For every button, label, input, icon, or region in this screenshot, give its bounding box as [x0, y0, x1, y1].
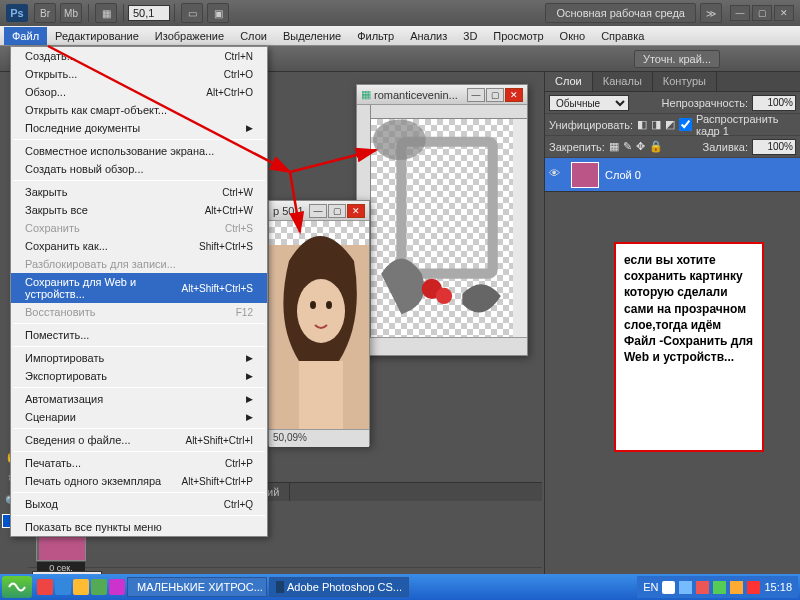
ql-app-icon[interactable] — [91, 579, 107, 595]
expand-icon[interactable]: ≫ — [700, 3, 722, 23]
unify-style-icon[interactable]: ◩ — [665, 118, 675, 131]
doc2-close-icon[interactable]: ✕ — [347, 204, 365, 218]
doc1-status — [357, 337, 527, 355]
clock[interactable]: 15:18 — [764, 581, 792, 593]
file-menu-item[interactable]: Открыть как смарт-объект... — [11, 101, 267, 119]
layer-thumbnail[interactable] — [571, 162, 599, 188]
menu-view[interactable]: Просмотр — [485, 27, 551, 45]
svg-point-1 — [373, 119, 426, 160]
menu-analysis[interactable]: Анализ — [402, 27, 455, 45]
menu-window[interactable]: Окно — [552, 27, 594, 45]
file-menu-item[interactable]: Сведения о файле...Alt+Shift+Ctrl+I — [11, 431, 267, 449]
file-menu-item[interactable]: Создать...Ctrl+N — [11, 47, 267, 65]
ql-app2-icon[interactable] — [109, 579, 125, 595]
instruction-note: если вы хотите сохранить картинку котору… — [614, 242, 764, 452]
lock-paint-icon[interactable]: ✎ — [623, 140, 632, 153]
tray-icon-2[interactable] — [679, 581, 692, 594]
lang-indicator[interactable]: EN — [643, 581, 658, 593]
bridge-icon[interactable]: Br — [34, 3, 56, 23]
file-menu-item[interactable]: Последние документы▶ — [11, 119, 267, 137]
task-browser[interactable]: МАЛЕНЬКИЕ ХИТРОС... — [127, 577, 267, 597]
file-menu-item[interactable]: Показать все пункты меню — [11, 518, 267, 536]
doc2-title-prefix: p 50,1 — [273, 205, 304, 217]
fill-field[interactable] — [752, 139, 796, 155]
file-menu-item: Разблокировать для записи... — [11, 255, 267, 273]
menu-filter[interactable]: Фильтр — [349, 27, 402, 45]
file-menu-item[interactable]: ЗакрытьCtrl+W — [11, 183, 267, 201]
menu-image[interactable]: Изображение — [147, 27, 232, 45]
tray-icon-1[interactable] — [662, 581, 675, 594]
file-menu-item[interactable]: Сохранить для Web и устройств...Alt+Shif… — [11, 273, 267, 303]
doc2-status: 50,09% — [269, 429, 369, 447]
file-menu-item: СохранитьCtrl+S — [11, 219, 267, 237]
tab-channels[interactable]: Каналы — [593, 72, 653, 91]
close-icon[interactable]: ✕ — [774, 5, 794, 21]
file-menu-item[interactable]: Закрыть всеAlt+Ctrl+W — [11, 201, 267, 219]
lock-trans-icon[interactable]: ▦ — [609, 140, 619, 153]
lock-all-icon[interactable]: 🔒 — [649, 140, 663, 153]
system-tray: EN 15:18 — [637, 576, 798, 598]
menu-file[interactable]: Файл — [4, 27, 47, 45]
blend-mode-select[interactable]: Обычные — [549, 95, 629, 111]
task-photoshop[interactable]: Adobe Photoshop CS... — [269, 577, 409, 597]
doc2-minimize-icon[interactable]: — — [309, 204, 327, 218]
zoom-field[interactable] — [128, 5, 170, 21]
ql-opera-icon[interactable] — [37, 579, 53, 595]
unify-pos-icon[interactable]: ◧ — [637, 118, 647, 131]
tray-icon-4[interactable] — [713, 581, 726, 594]
refine-edge-button[interactable]: Уточн. край... — [634, 50, 720, 68]
doc1-minimize-icon[interactable]: — — [467, 88, 485, 102]
menu-3d[interactable]: 3D — [455, 27, 485, 45]
svg-point-6 — [310, 301, 316, 309]
tray-icon-5[interactable] — [730, 581, 743, 594]
file-menu-item[interactable]: Создать новый обзор... — [11, 160, 267, 178]
layer-name: Слой 0 — [605, 169, 641, 181]
tab-layers[interactable]: Слои — [545, 72, 593, 91]
screen-mode-icon[interactable]: ▣ — [207, 3, 229, 23]
doc1-maximize-icon[interactable]: ▢ — [486, 88, 504, 102]
arrange-icon[interactable]: ▭ — [181, 3, 203, 23]
file-menu-item[interactable]: ВыходCtrl+Q — [11, 495, 267, 513]
tray-umbrella-icon[interactable] — [747, 581, 760, 594]
file-menu-item[interactable]: Сценарии▶ — [11, 408, 267, 426]
file-menu-item[interactable]: Поместить... — [11, 326, 267, 344]
file-menu-item[interactable]: Импортировать▶ — [11, 349, 267, 367]
ruler-horizontal — [371, 105, 527, 119]
windows-taskbar: МАЛЕНЬКИЕ ХИТРОС... Adobe Photoshop CS..… — [0, 574, 800, 600]
svg-point-3 — [436, 288, 452, 304]
file-menu-item[interactable]: Сохранить как...Shift+Ctrl+S — [11, 237, 267, 255]
doc1-close-icon[interactable]: ✕ — [505, 88, 523, 102]
lock-move-icon[interactable]: ✥ — [636, 140, 645, 153]
file-menu-item[interactable]: Экспортировать▶ — [11, 367, 267, 385]
layer-row[interactable]: 👁 Слой 0 — [545, 158, 800, 192]
tray-icon-3[interactable] — [696, 581, 709, 594]
file-menu-item[interactable]: Печать одного экземпляраAlt+Shift+Ctrl+P — [11, 472, 267, 490]
document-window-photo[interactable]: p 50,1 — ▢ ✕ 50,09% — [268, 200, 370, 446]
file-menu-item[interactable]: Открыть...Ctrl+O — [11, 65, 267, 83]
menu-layers[interactable]: Слои — [232, 27, 275, 45]
unify-vis-icon[interactable]: ◨ — [651, 118, 661, 131]
file-menu-item[interactable]: Печатать...Ctrl+P — [11, 454, 267, 472]
tab-paths[interactable]: Контуры — [653, 72, 717, 91]
minimize-icon[interactable]: — — [730, 5, 750, 21]
menubar: Файл Редактирование Изображение Слои Выд… — [0, 26, 800, 46]
menu-edit[interactable]: Редактирование — [47, 27, 147, 45]
view-icon[interactable]: ▦ — [95, 3, 117, 23]
workspace-button[interactable]: Основная рабочая среда — [545, 3, 696, 23]
maximize-icon[interactable]: ▢ — [752, 5, 772, 21]
menu-help[interactable]: Справка — [593, 27, 652, 45]
menu-select[interactable]: Выделение — [275, 27, 349, 45]
start-button[interactable] — [2, 576, 32, 598]
file-menu-item[interactable]: Автоматизация▶ — [11, 390, 267, 408]
document-window-frame[interactable]: ▦ romanticevenin... — ▢ ✕ — [356, 84, 528, 356]
mini-bridge-icon[interactable]: Mb — [60, 3, 82, 23]
ql-folder-icon[interactable] — [73, 579, 89, 595]
doc2-maximize-icon[interactable]: ▢ — [328, 204, 346, 218]
propagate-checkbox[interactable] — [679, 118, 692, 131]
opacity-field[interactable] — [752, 95, 796, 111]
visibility-eye-icon[interactable]: 👁 — [549, 167, 565, 183]
file-menu-item[interactable]: Совместное использование экрана... — [11, 142, 267, 160]
ql-ie-icon[interactable] — [55, 579, 71, 595]
photo-graphic — [269, 221, 369, 429]
file-menu-item[interactable]: Обзор...Alt+Ctrl+O — [11, 83, 267, 101]
